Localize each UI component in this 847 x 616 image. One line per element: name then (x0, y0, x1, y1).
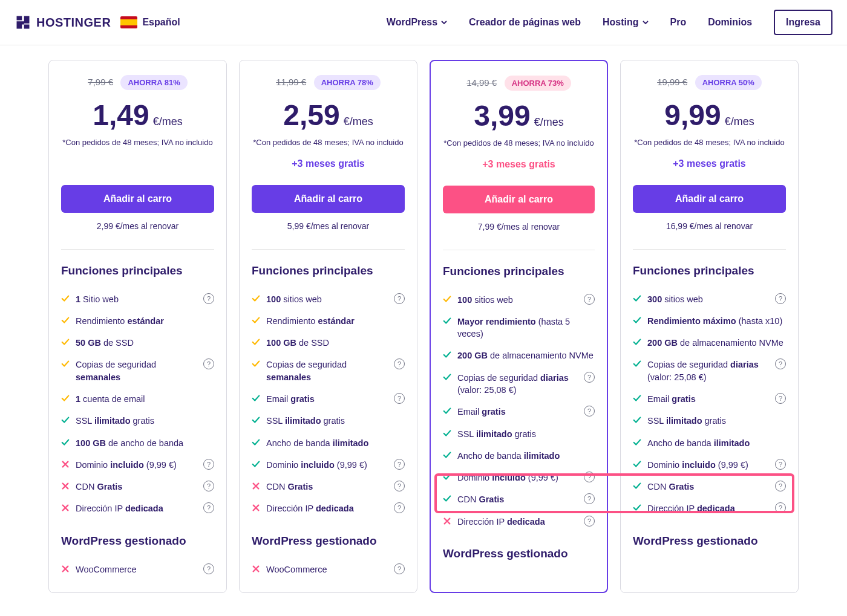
cross-icon (61, 459, 70, 468)
help-icon[interactable]: ? (394, 358, 405, 369)
check-icon (252, 337, 260, 346)
help-icon[interactable]: ? (584, 493, 595, 504)
help-icon[interactable]: ? (584, 516, 595, 527)
feature-item: Rendimiento estándar (252, 310, 405, 332)
check-icon (633, 415, 641, 424)
feature-text: Ancho de banda ilimitado (647, 437, 786, 449)
feature-item: 100 sitios web ? (252, 288, 405, 310)
help-icon[interactable]: ? (394, 563, 405, 574)
feature-item: WooCommerce ? (61, 559, 214, 580)
help-icon[interactable]: ? (203, 459, 214, 470)
check-icon (252, 415, 260, 424)
check-icon (252, 358, 260, 368)
help-icon[interactable]: ? (775, 393, 786, 404)
feature-item: 100 GB de ancho de banda (61, 432, 214, 454)
feature-item: Dirección IP dedicada ? (252, 498, 405, 519)
price-header: 14,99 € AHORRA 73% (443, 76, 595, 91)
help-icon[interactable]: ? (394, 293, 405, 304)
check-icon (61, 393, 70, 403)
help-icon[interactable]: ? (203, 293, 214, 304)
check-icon (443, 294, 451, 303)
feature-item: Copias de seguridad semanales ? (61, 354, 214, 388)
help-icon[interactable]: ? (203, 502, 214, 513)
old-price: 14,99 € (466, 77, 497, 88)
help-icon[interactable]: ? (775, 502, 786, 513)
help-icon[interactable]: ? (775, 358, 786, 369)
help-icon[interactable]: ? (394, 502, 405, 513)
feature-text: Dominio incluido (9,99 €) (266, 459, 388, 471)
save-badge: AHORRA 73% (505, 76, 571, 91)
feature-text: Rendimiento estándar (76, 315, 214, 327)
feature-text: Dirección IP dedicada (266, 502, 388, 514)
nav-pro[interactable]: Pro (670, 17, 687, 28)
divider (633, 249, 786, 250)
check-icon (443, 406, 451, 415)
check-icon (252, 459, 260, 468)
help-icon[interactable]: ? (584, 406, 595, 417)
add-to-cart-button[interactable]: Añadir al carro (252, 185, 405, 213)
help-icon[interactable]: ? (394, 393, 405, 404)
feature-item: Dominio incluido (9,99 €) ? (633, 454, 786, 476)
help-icon[interactable]: ? (394, 459, 405, 470)
price-disclaimer: *Con pedidos de 48 meses; IVA no incluid… (61, 137, 214, 149)
price-disclaimer: *Con pedidos de 48 meses; IVA no incluid… (443, 137, 595, 149)
help-icon[interactable]: ? (203, 358, 214, 369)
price-amount: 3,99 (474, 99, 530, 132)
check-icon (252, 315, 260, 325)
add-to-cart-button[interactable]: Añadir al carro (61, 185, 214, 213)
wp-section-title: WordPress gestionado (252, 534, 405, 548)
add-to-cart-button[interactable]: Añadir al carro (633, 185, 786, 213)
add-to-cart-button[interactable]: Añadir al carro (443, 186, 595, 213)
check-icon (443, 316, 451, 325)
feature-item: CDN Gratis ? (252, 476, 405, 498)
language-label: Español (142, 17, 180, 28)
wp-section-title: WordPress gestionado (61, 534, 214, 548)
features-title: Funciones principales (633, 264, 786, 277)
feature-item: 100 GB de SSD (252, 332, 405, 354)
feature-text: CDN Gratis (266, 481, 388, 493)
feature-item: Email gratis ? (252, 388, 405, 410)
feature-text: CDN Gratis (457, 493, 578, 505)
help-icon[interactable]: ? (394, 481, 405, 491)
help-icon[interactable]: ? (203, 563, 214, 574)
check-icon (61, 337, 70, 346)
nav-hosting[interactable]: Hosting (603, 17, 649, 28)
help-icon[interactable]: ? (203, 481, 214, 491)
features-list: 1 Sitio web ? Rendimiento estándar 50 GB… (61, 288, 214, 520)
help-icon[interactable]: ? (775, 481, 786, 491)
help-icon[interactable]: ? (584, 372, 595, 383)
feature-item: Email gratis ? (443, 401, 595, 423)
feature-text: 1 cuenta de email (76, 393, 214, 405)
feature-text: Email gratis (266, 393, 388, 405)
nav-domains[interactable]: Dominios (708, 17, 752, 28)
help-icon[interactable]: ? (584, 472, 595, 482)
nav-website-builder[interactable]: Creador de páginas web (469, 17, 581, 28)
check-icon (61, 315, 70, 325)
login-button[interactable]: Ingresa (774, 10, 832, 35)
flag-spain-icon (120, 16, 137, 28)
feature-text: CDN Gratis (76, 481, 197, 493)
feature-item: Dirección IP dedicada ? (633, 498, 786, 519)
help-icon[interactable]: ? (775, 459, 786, 470)
features-title: Funciones principales (252, 264, 405, 277)
feature-item: Dirección IP dedicada ? (61, 498, 214, 519)
feature-text: Dirección IP dedicada (76, 502, 197, 514)
check-icon (633, 358, 641, 368)
check-icon (633, 315, 641, 325)
cross-icon (252, 502, 260, 512)
check-icon (443, 372, 451, 381)
language-selector[interactable]: Español (120, 16, 180, 28)
feature-item: WooCommerce ? (252, 559, 405, 580)
feature-item: CDN Gratis ? (633, 476, 786, 498)
feature-text: 100 GB de SSD (266, 337, 405, 349)
feature-item: 1 cuenta de email (61, 388, 214, 410)
nav-wordpress[interactable]: WordPress (387, 17, 447, 28)
help-icon[interactable]: ? (775, 293, 786, 304)
feature-text: Copias de seguridad semanales (266, 358, 388, 383)
feature-text: 50 GB de SSD (76, 337, 214, 349)
wp-section-title: WordPress gestionado (633, 534, 786, 548)
brand-logo[interactable]: HOSTINGER (15, 14, 111, 31)
help-icon[interactable]: ? (584, 294, 595, 305)
check-icon (61, 415, 70, 424)
cross-icon (61, 502, 70, 512)
